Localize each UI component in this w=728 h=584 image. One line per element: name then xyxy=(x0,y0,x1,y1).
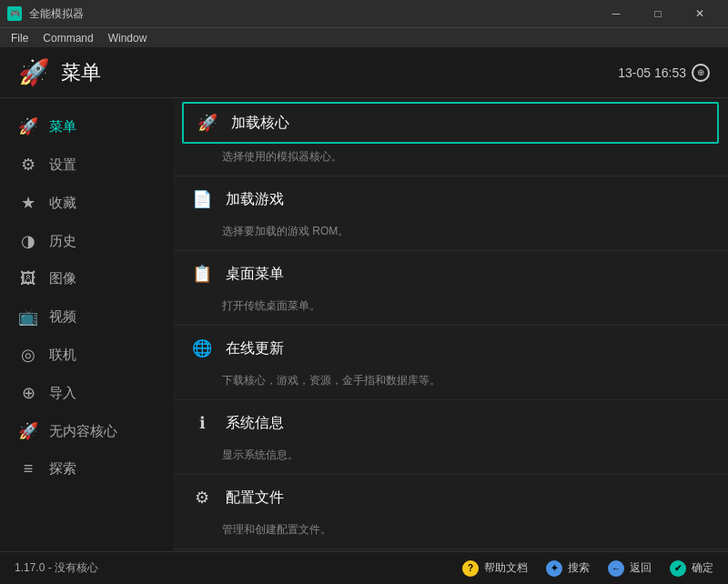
load-game-button[interactable]: 📄 加载游戏 xyxy=(173,176,728,222)
sidebar: 🚀 菜单 ⚙ 设置 ★ 收藏 ◑ 历史 🖼 图像 📺 视频 ◎ 联机 ⊕ xyxy=(0,98,173,551)
app-header: 🚀 菜单 13-05 16:53 ⊕ xyxy=(0,47,728,98)
help-action[interactable]: ? 帮助文档 xyxy=(462,560,528,577)
content-area: 🚀 加载核心 选择使用的模拟器核心。 📄 加载游戏 选择要加载的游戏 ROM。 … xyxy=(173,98,728,551)
online-update-button[interactable]: 🌐 在线更新 xyxy=(173,326,728,371)
menu-item-load-game: 📄 加载游戏 选择要加载的游戏 ROM。 xyxy=(173,176,728,251)
minimize-button[interactable]: ─ xyxy=(595,0,637,27)
desktop-menu-label: 桌面菜单 xyxy=(226,265,284,284)
app-icon: 🎮 xyxy=(7,6,22,21)
load-core-desc: 选择使用的模拟器核心。 xyxy=(173,147,728,176)
back-label: 返回 xyxy=(630,560,652,576)
search-label: 搜索 xyxy=(568,560,590,576)
menu-item-online-update: 🌐 在线更新 下载核心，游戏，资源，金手指和数据库等。 xyxy=(173,326,728,400)
version-text: 1.17.0 - 没有核心 xyxy=(15,560,98,576)
header-icon: 🚀 xyxy=(18,57,50,87)
config-file-label: 配置文件 xyxy=(226,488,284,508)
load-game-icon: 📄 xyxy=(191,189,213,209)
titlebar: 🎮 全能模拟器 ─ □ ✕ xyxy=(0,0,728,27)
load-game-label: 加载游戏 xyxy=(226,190,284,209)
load-core-button[interactable]: 🚀 加载核心 xyxy=(182,102,719,144)
system-info-icon: ℹ xyxy=(191,413,213,433)
sidebar-label-favorites: 收藏 xyxy=(49,195,76,212)
menu-item-system-info: ℹ 系统信息 显示系统信息。 xyxy=(173,400,728,475)
sidebar-item-no-content-core[interactable]: 🚀 无内容核心 xyxy=(0,412,173,450)
bottom-actions: ? 帮助文档 ✦ 搜索 ← 返回 ✔ 确定 xyxy=(462,560,713,577)
menubar-window[interactable]: Window xyxy=(101,30,155,46)
online-update-icon: 🌐 xyxy=(191,338,213,358)
menu-item-desktop-menu: 📋 桌面菜单 打开传统桌面菜单。 xyxy=(173,251,728,326)
clock-icon: ⊕ xyxy=(692,64,710,82)
menubar-command[interactable]: Command xyxy=(35,30,100,46)
header-time: 13-05 16:53 ⊕ xyxy=(618,64,710,82)
sidebar-label-online: 联机 xyxy=(49,347,76,364)
app-title: 全能模拟器 xyxy=(29,6,84,22)
sidebar-item-images[interactable]: 🖼 图像 xyxy=(0,260,173,297)
no-content-icon: 🚀 xyxy=(18,421,38,441)
search-icon: ≡ xyxy=(18,459,38,478)
help-label: 帮助文档 xyxy=(484,560,528,576)
sidebar-label-history: 历史 xyxy=(49,233,76,250)
sidebar-label-no-content: 无内容核心 xyxy=(49,423,117,440)
load-game-desc: 选择要加载的游戏 ROM。 xyxy=(173,222,728,250)
back-action[interactable]: ← 返回 xyxy=(608,560,652,577)
settings-icon: ⚙ xyxy=(18,155,38,175)
sidebar-label-menu: 菜单 xyxy=(49,118,76,136)
header-left: 🚀 菜单 xyxy=(18,57,101,87)
video-icon: 📺 xyxy=(18,307,38,327)
sidebar-label-images: 图像 xyxy=(49,270,76,287)
confirm-label: 确定 xyxy=(692,560,713,576)
sidebar-item-history[interactable]: ◑ 历史 xyxy=(0,222,173,260)
sidebar-item-settings[interactable]: ⚙ 设置 xyxy=(0,146,173,184)
confirm-btn-indicator: ✔ xyxy=(670,560,686,577)
confirm-action[interactable]: ✔ 确定 xyxy=(670,560,713,577)
sidebar-item-video[interactable]: 📺 视频 xyxy=(0,297,173,336)
menu-item-load-core: 🚀 加载核心 选择使用的模拟器核心。 xyxy=(173,102,728,176)
sidebar-label-search: 探索 xyxy=(49,460,76,478)
favorites-icon: ★ xyxy=(18,193,38,213)
desktop-menu-button[interactable]: 📋 桌面菜单 xyxy=(173,251,728,297)
config-file-desc: 管理和创建配置文件。 xyxy=(173,520,728,549)
sidebar-item-online[interactable]: ◎ 联机 xyxy=(0,336,173,374)
load-core-icon: 🚀 xyxy=(197,113,218,133)
header-title: 菜单 xyxy=(61,59,101,86)
system-info-button[interactable]: ℹ 系统信息 xyxy=(173,400,728,446)
sidebar-label-video: 视频 xyxy=(49,308,76,326)
sidebar-item-import[interactable]: ⊕ 导入 xyxy=(0,374,173,412)
images-icon: 🖼 xyxy=(18,269,38,288)
back-btn-indicator: ← xyxy=(608,560,624,577)
sidebar-label-settings: 设置 xyxy=(49,156,76,174)
sidebar-item-favorites[interactable]: ★ 收藏 xyxy=(0,184,173,222)
online-icon: ◎ xyxy=(18,345,38,365)
menubar-file[interactable]: File xyxy=(4,30,35,46)
desktop-menu-desc: 打开传统桌面菜单。 xyxy=(173,297,728,325)
time-text: 13-05 16:53 xyxy=(618,65,686,80)
history-icon: ◑ xyxy=(18,231,38,251)
titlebar-left: 🎮 全能模拟器 xyxy=(7,6,84,22)
online-update-desc: 下载核心，游戏，资源，金手指和数据库等。 xyxy=(173,371,728,399)
menu-icon: 🚀 xyxy=(18,116,38,136)
desktop-menu-icon: 📋 xyxy=(191,264,213,284)
maximize-button[interactable]: □ xyxy=(637,0,679,27)
load-core-label: 加载核心 xyxy=(231,114,289,133)
sidebar-item-search[interactable]: ≡ 探索 xyxy=(0,450,173,488)
sidebar-label-import: 导入 xyxy=(49,385,76,402)
search-action[interactable]: ✦ 搜索 xyxy=(546,560,590,577)
system-info-desc: 显示系统信息。 xyxy=(173,446,728,474)
menu-item-config-file: ⚙ 配置文件 管理和创建配置文件。 xyxy=(173,475,728,549)
system-info-label: 系统信息 xyxy=(226,414,284,433)
window-controls: ─ □ ✕ xyxy=(595,0,721,27)
import-icon: ⊕ xyxy=(18,383,38,403)
bottom-bar: 1.17.0 - 没有核心 ? 帮助文档 ✦ 搜索 ← 返回 ✔ 确定 xyxy=(0,551,728,584)
search-btn-indicator: ✦ xyxy=(546,560,562,577)
config-file-button[interactable]: ⚙ 配置文件 xyxy=(173,475,728,520)
config-file-icon: ⚙ xyxy=(191,488,213,508)
close-button[interactable]: ✕ xyxy=(679,0,721,27)
online-update-label: 在线更新 xyxy=(226,339,284,358)
help-btn-indicator: ? xyxy=(462,560,479,577)
sidebar-item-menu[interactable]: 🚀 菜单 xyxy=(0,107,173,146)
main-layout: 🚀 菜单 ⚙ 设置 ★ 收藏 ◑ 历史 🖼 图像 📺 视频 ◎ 联机 ⊕ xyxy=(0,98,728,551)
menubar: File Command Window xyxy=(0,27,728,47)
